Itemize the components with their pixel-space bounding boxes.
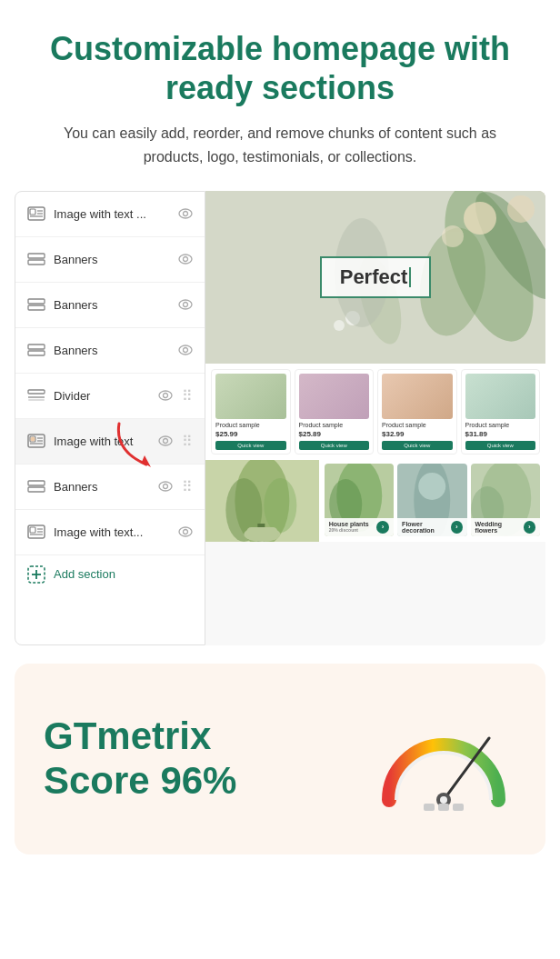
divider-icon [26,385,46,405]
page-subtitle: You can easily add, reorder, and remove … [44,122,516,168]
product-btn-1[interactable]: Quick view [215,441,286,450]
svg-rect-15 [28,345,45,349]
preview-area: Perfect Product sample $25.99 Quick view… [205,191,545,645]
eye-icon-6[interactable] [157,433,174,449]
gauge-dot-2 [438,804,449,811]
svg-point-18 [184,348,188,353]
plant-image-left [205,460,319,542]
svg-point-6 [184,212,188,216]
eye-icon-3[interactable] [177,296,194,313]
hero-text-overlay: Perfect [205,191,545,364]
drag-handle-5[interactable]: ⠿ [181,389,194,402]
hero-text: Perfect [340,265,408,289]
add-icon [26,564,46,584]
svg-rect-11 [28,299,45,304]
svg-point-22 [159,391,172,400]
section-label-banners-3: Banners [54,344,170,357]
eye-icon-7[interactable] [157,478,174,494]
gtmetrix-title: GTmetrix Score 96% [44,714,236,803]
gauge-dot-1 [424,804,435,811]
gtmetrix-section: GTmetrix Score 96% [15,664,545,854]
collection-label-3: Wedding flowers › [471,518,540,536]
svg-rect-8 [28,260,45,265]
image-text-strip: House plants 20% discount › [205,460,545,542]
svg-point-14 [184,303,188,307]
svg-point-69 [418,473,445,500]
collection-card-3: Wedding flowers › [471,464,540,536]
section-label-img-text-2: Image with text [54,435,150,448]
text-cursor [409,267,411,287]
product-card-2: Product sample $25.89 Quick view [295,369,375,455]
preview-hero: Perfect [205,191,545,364]
collection-name-2: Flower decoration [402,521,451,534]
collection-panels: House plants 20% discount › [319,460,545,542]
eye-icon-5[interactable] [157,387,174,404]
section-item-img-text-1[interactable]: Image with text ... [15,192,205,237]
svg-point-26 [31,437,35,442]
section-item-divider[interactable]: Divider ⠿ [15,374,205,419]
svg-point-30 [159,436,172,445]
page-title: Customizable homepage with ready section… [44,29,516,107]
section-item-banners-4[interactable]: Banners ⠿ [15,465,205,510]
product-price-2: $25.89 [299,430,370,438]
eye-icon-1[interactable] [177,205,194,222]
preview-products: Product sample $25.99 Quick view Product… [205,364,545,460]
gtmetrix-text-block: GTmetrix Score 96% [44,714,236,803]
product-image-3 [382,374,453,419]
svg-rect-12 [28,305,45,310]
svg-rect-21 [28,399,45,401]
drag-handle-7[interactable]: ⠿ [181,480,194,493]
product-card-1: Product sample $25.99 Quick view [211,369,291,455]
collection-name-1: House plants [329,521,369,527]
eye-icon-4[interactable] [177,342,194,358]
svg-point-35 [164,484,168,489]
banner-icon-4 [26,476,46,496]
product-btn-4[interactable]: Quick view [465,441,536,450]
svg-rect-32 [28,481,45,485]
add-section-button[interactable]: Add section [15,555,205,594]
product-price-4: $31.89 [465,430,536,438]
product-title-3: Product sample [382,422,453,428]
collection-card-2: Flower decoration › [397,464,466,536]
sections-panel: Image with text ... Banners [15,191,205,645]
product-image-2 [299,374,370,419]
product-price-3: $32.99 [382,430,453,438]
svg-point-9 [179,255,192,264]
collection-sub-1: 20% discount [329,527,369,533]
collection-arrow-3[interactable]: › [524,521,535,534]
svg-point-31 [164,439,168,444]
image-text-icon-2 [26,431,46,451]
product-card-4: Product sample $31.89 Quick view [461,369,541,455]
collection-label-1: House plants 20% discount › [325,518,394,536]
section-label-banners-4: Banners [54,480,150,494]
banner-icon-1 [26,249,46,269]
svg-point-23 [164,394,168,398]
eye-icon-2[interactable] [177,251,194,267]
collection-arrow-1[interactable]: › [376,521,389,534]
banner-icon-3 [26,340,46,360]
eye-icon-8[interactable] [177,524,194,540]
svg-point-60 [264,478,296,533]
section-item-img-text-3[interactable]: Image with text... [15,510,205,555]
section-item-img-text-2[interactable]: Image with text ⠿ [15,419,205,465]
svg-rect-16 [28,351,45,355]
section-item-banners-1[interactable]: Banners [15,237,205,283]
section-item-banners-3[interactable]: Banners [15,328,205,374]
product-btn-2[interactable]: Quick view [299,441,370,450]
section-label-img-text-3: Image with text... [54,525,170,539]
svg-rect-1 [30,209,35,215]
svg-rect-37 [30,527,35,533]
collection-arrow-2[interactable]: › [451,521,463,534]
svg-point-41 [179,527,192,536]
section-label-banners-1: Banners [54,253,170,266]
product-image-4 [465,374,536,419]
product-title-2: Product sample [299,422,370,428]
gauge-dots [424,804,464,811]
section-item-banners-2[interactable]: Banners [15,283,205,328]
section-label-divider: Divider [54,389,150,403]
product-title-1: Product sample [215,422,286,428]
drag-handle-6[interactable]: ⠿ [181,435,194,447]
svg-rect-33 [28,487,45,492]
collection-card-1: House plants 20% discount › [325,464,394,536]
product-btn-3[interactable]: Quick view [382,441,453,450]
